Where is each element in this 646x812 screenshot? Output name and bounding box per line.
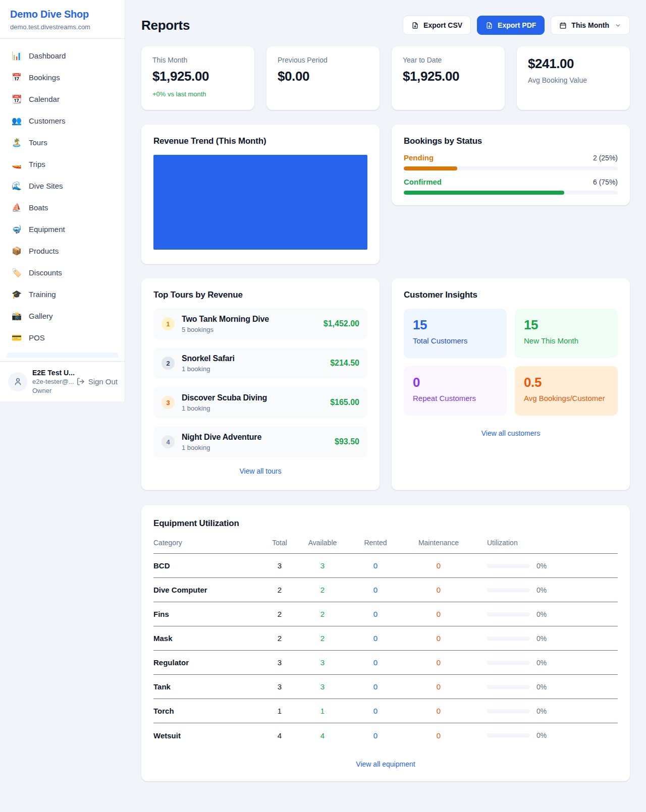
- tour-row: 3 Discover Scuba Diving 1 booking $165.0…: [153, 387, 367, 418]
- cell-available: 2: [295, 634, 350, 643]
- progress-track: [404, 166, 618, 170]
- avatar: [8, 372, 27, 391]
- column-header-available: Available: [295, 539, 350, 547]
- tile-new-this-month: 15 New This Month: [515, 309, 618, 358]
- stat-value: $0.00: [278, 69, 368, 84]
- sailboat-icon: ⛵: [11, 204, 22, 212]
- stat-card-this-month: This Month $1,925.00 +0% vs last month: [141, 46, 254, 110]
- status-label: Pending: [404, 153, 434, 162]
- table-row: Tank 3 3 0 0 0%: [153, 675, 618, 699]
- cell-available: 2: [295, 610, 350, 618]
- cell-rented: 0: [350, 682, 401, 691]
- equipment-utilization-title: Equipment Utilization: [153, 518, 618, 529]
- cell-available: 3: [295, 658, 350, 667]
- sidebar-item-label: Equipment: [29, 225, 65, 234]
- cell-total: 4: [264, 731, 295, 740]
- sidebar-item-label: Products: [29, 247, 59, 255]
- utilization-bar: [487, 612, 530, 616]
- sidebar-item-label: Boats: [29, 203, 48, 212]
- cell-maintenance: 0: [401, 610, 476, 618]
- period-label: This Month: [571, 21, 609, 29]
- utilization-bar: [487, 733, 530, 737]
- calendar-date-icon: 📅: [11, 74, 22, 82]
- graduation-cap-icon: 🎓: [11, 291, 22, 299]
- cell-available: 3: [295, 682, 350, 691]
- tour-row: 4 Night Dive Adventure 1 booking $93.50: [153, 426, 367, 457]
- utilization-percent: 0%: [536, 562, 547, 570]
- sidebar-item-gallery[interactable]: 📸 Gallery: [6, 305, 119, 327]
- utilization-bar: [487, 588, 530, 592]
- cell-maintenance: 0: [401, 658, 476, 667]
- tour-row: 2 Snorkel Safari 1 booking $214.50: [153, 347, 367, 379]
- sidebar-item-customers[interactable]: 👥 Customers: [6, 110, 119, 132]
- cell-rented: 0: [350, 586, 401, 594]
- sidebar-active-item-partial[interactable]: [6, 353, 119, 358]
- sidebar-item-trips[interactable]: 🚤 Trips: [6, 153, 119, 175]
- cell-maintenance: 0: [401, 561, 476, 570]
- utilization-percent: 0%: [536, 586, 547, 594]
- tour-amount: $165.00: [330, 398, 359, 407]
- sign-out-button[interactable]: Sign Out: [76, 377, 118, 386]
- sidebar-item-label: Dashboard: [29, 51, 66, 60]
- package-icon: 📦: [11, 247, 22, 255]
- view-all-tours-link[interactable]: View all tours: [153, 467, 367, 475]
- cell-rented: 0: [350, 658, 401, 667]
- tile-label: Avg Bookings/Customer: [524, 394, 609, 402]
- header-actions: Export CSV Export PDF This Month: [403, 16, 630, 35]
- utilization-bar: [487, 564, 530, 568]
- progress-fill: [404, 166, 457, 170]
- user-info: E2E Test U... e2e-tester@... Owner: [32, 368, 71, 395]
- sidebar-item-calendar[interactable]: 📆 Calendar: [6, 88, 119, 110]
- utilization-bar: [487, 661, 530, 665]
- utilization-bar: [487, 709, 530, 713]
- sidebar-item-dashboard[interactable]: 📊 Dashboard: [6, 45, 119, 67]
- sign-out-label: Sign Out: [88, 377, 118, 386]
- sidebar-item-discounts[interactable]: 🏷️ Discounts: [6, 262, 119, 283]
- sidebar-item-products[interactable]: 📦 Products: [6, 240, 119, 262]
- rank-badge: 1: [162, 317, 175, 330]
- insights-row: Top Tours by Revenue 1 Two Tank Morning …: [141, 278, 630, 490]
- cell-maintenance: 0: [401, 707, 476, 715]
- sidebar-item-dive-sites[interactable]: 🌊 Dive Sites: [6, 175, 119, 197]
- export-csv-label: Export CSV: [423, 21, 462, 29]
- tile-avg-bookings-customer: 0.5 Avg Bookings/Customer: [515, 366, 618, 416]
- utilization-percent: 0%: [536, 659, 547, 667]
- view-all-equipment-link[interactable]: View all equipment: [153, 760, 618, 768]
- tile-label: Total Customers: [413, 336, 498, 345]
- equipment-utilization-card: Equipment Utilization Category Total Ava…: [141, 505, 630, 781]
- cell-category: Dive Computer: [153, 586, 264, 594]
- main-content: Reports Export CSV Export PDF This Month: [125, 0, 646, 781]
- island-icon: 🏝️: [11, 139, 22, 147]
- sidebar-item-pos[interactable]: 💳 POS: [6, 327, 119, 349]
- credit-card-icon: 💳: [11, 334, 22, 342]
- column-header-category: Category: [153, 539, 264, 547]
- tour-bookings: 1 booking: [182, 365, 323, 373]
- sidebar-item-label: Calendar: [29, 95, 60, 103]
- tag-icon: 🏷️: [11, 269, 22, 277]
- sidebar-item-training[interactable]: 🎓 Training: [6, 283, 119, 305]
- revenue-trend-chart: [153, 155, 367, 250]
- sidebar-item-bookings[interactable]: 📅 Bookings: [6, 67, 119, 88]
- table-row: Torch 1 1 0 0 0%: [153, 699, 618, 723]
- period-select[interactable]: This Month: [551, 16, 630, 35]
- sidebar-item-label: Discounts: [29, 268, 62, 277]
- sidebar-item-equipment[interactable]: 🤿 Equipment: [6, 218, 119, 240]
- utilization-percent: 0%: [536, 707, 547, 715]
- sidebar-item-boats[interactable]: ⛵ Boats: [6, 197, 119, 218]
- cell-rented: 0: [350, 634, 401, 643]
- sidebar-item-label: Tours: [29, 138, 47, 147]
- bookings-status-card: Bookings by Status Pending 2 (25%) Confi…: [392, 125, 630, 205]
- stat-label: Year to Date: [403, 56, 494, 64]
- export-csv-button[interactable]: Export CSV: [403, 16, 471, 35]
- sidebar-item-tours[interactable]: 🏝️ Tours: [6, 132, 119, 153]
- export-pdf-button[interactable]: Export PDF: [477, 16, 545, 35]
- sidebar-item-label: Dive Sites: [29, 182, 63, 190]
- speedboat-icon: 🚤: [11, 160, 22, 168]
- tour-name: Snorkel Safari: [182, 354, 323, 363]
- revenue-trend-title: Revenue Trend (This Month): [153, 136, 367, 146]
- tour-name: Two Tank Morning Dive: [182, 315, 316, 324]
- cell-available: 3: [295, 561, 350, 570]
- view-all-customers-link[interactable]: View all customers: [404, 429, 618, 437]
- cell-rented: 0: [350, 731, 401, 740]
- cell-maintenance: 0: [401, 634, 476, 643]
